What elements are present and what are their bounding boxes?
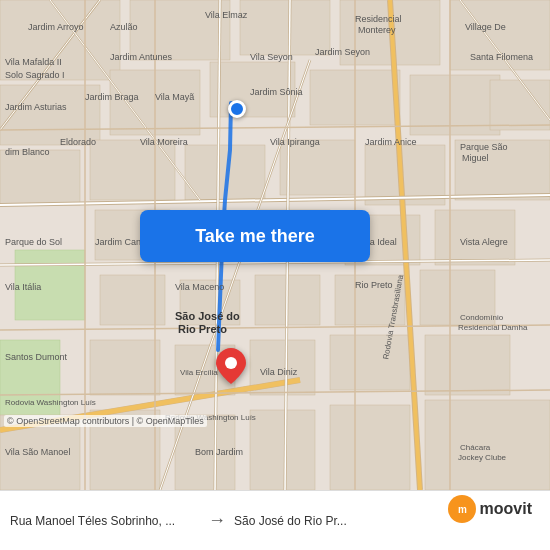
- svg-text:Vila Diniz: Vila Diniz: [260, 367, 298, 377]
- svg-text:Jardim Anice: Jardim Anice: [365, 137, 417, 147]
- svg-text:Vila Mafalda II: Vila Mafalda II: [5, 57, 62, 67]
- svg-text:Jardim Arroyo: Jardim Arroyo: [28, 22, 84, 32]
- svg-text:Vila Itália: Vila Itália: [5, 282, 41, 292]
- svg-text:Chácara: Chácara: [460, 443, 491, 452]
- origin-label: Rua Manoel Téles Sobrinho, ...: [10, 514, 200, 528]
- take-me-there-button[interactable]: Take me there: [140, 210, 370, 262]
- svg-text:Jardim Seyon: Jardim Seyon: [315, 47, 370, 57]
- svg-text:Parque São: Parque São: [460, 142, 508, 152]
- svg-text:Residencial Damha: Residencial Damha: [458, 323, 528, 332]
- destination-label: São José do Rio Pr...: [234, 514, 424, 528]
- svg-text:Bom Jardim: Bom Jardim: [195, 447, 243, 457]
- svg-text:Vila Mayã: Vila Mayã: [155, 92, 194, 102]
- svg-text:São José do: São José do: [175, 310, 240, 322]
- origin-pin: [228, 100, 246, 118]
- svg-text:Jockey Clube: Jockey Clube: [458, 453, 507, 462]
- moovit-icon: m: [448, 495, 476, 523]
- svg-rect-17: [280, 140, 355, 195]
- svg-text:Vista Alegre: Vista Alegre: [460, 237, 508, 247]
- footer: Rua Manoel Téles Sobrinho, ... → São Jos…: [0, 490, 550, 550]
- svg-text:Vila São Manoel: Vila São Manoel: [5, 447, 70, 457]
- svg-text:Rio Preto: Rio Preto: [355, 280, 393, 290]
- svg-rect-38: [250, 410, 315, 490]
- svg-text:Vila Ipiranga: Vila Ipiranga: [270, 137, 320, 147]
- svg-text:m: m: [458, 504, 467, 515]
- svg-text:Rio Preto: Rio Preto: [178, 323, 227, 335]
- svg-text:Monterey: Monterey: [358, 25, 396, 35]
- map-container: Jardim Arroyo Azulão Vila Elmaz Residenc…: [0, 0, 550, 490]
- svg-text:Condomínio: Condomínio: [460, 313, 504, 322]
- svg-text:Vila Ercília: Vila Ercília: [180, 368, 218, 377]
- svg-rect-34: [425, 335, 510, 395]
- svg-text:Parque do Sol: Parque do Sol: [5, 237, 62, 247]
- svg-text:Vila Moreira: Vila Moreira: [140, 137, 188, 147]
- arrow-icon: →: [208, 510, 226, 531]
- svg-text:Residencial: Residencial: [355, 14, 402, 24]
- svg-text:Jardim Braga: Jardim Braga: [85, 92, 139, 102]
- moovit-logo: m moovit: [448, 495, 532, 523]
- footer-content: Rua Manoel Téles Sobrinho, ... → São Jos…: [10, 510, 540, 531]
- svg-text:Miguel: Miguel: [462, 153, 489, 163]
- svg-text:Village De: Village De: [465, 22, 506, 32]
- moovit-text: moovit: [480, 500, 532, 518]
- svg-text:Solo Sagrado I: Solo Sagrado I: [5, 70, 65, 80]
- svg-text:Vila Seyon: Vila Seyon: [250, 52, 293, 62]
- svg-point-114: [225, 357, 237, 369]
- svg-text:Rodovia Washington Luís: Rodovia Washington Luís: [5, 398, 96, 407]
- svg-rect-14: [0, 150, 80, 205]
- svg-rect-33: [330, 335, 410, 390]
- osm-attribution: © OpenStreetMap contributors | © OpenMap…: [4, 415, 207, 427]
- svg-rect-30: [90, 340, 160, 395]
- svg-rect-2: [130, 0, 230, 60]
- svg-text:Vila Maceno: Vila Maceno: [175, 282, 224, 292]
- svg-rect-13: [490, 80, 550, 130]
- svg-text:Jardim Sônia: Jardim Sônia: [250, 87, 303, 97]
- svg-text:Azulão: Azulão: [110, 22, 138, 32]
- svg-text:Jardim Antunes: Jardim Antunes: [110, 52, 173, 62]
- svg-text:Santa Filomena: Santa Filomena: [470, 52, 533, 62]
- svg-text:Vila Elmaz: Vila Elmaz: [205, 10, 248, 20]
- svg-text:Jardim Asturias: Jardim Asturias: [5, 102, 67, 112]
- svg-text:Eldorado: Eldorado: [60, 137, 96, 147]
- svg-rect-39: [330, 405, 410, 490]
- svg-text:dim Blanco: dim Blanco: [5, 147, 50, 157]
- svg-text:Santos Dumont: Santos Dumont: [5, 352, 68, 362]
- destination-pin: [216, 348, 246, 388]
